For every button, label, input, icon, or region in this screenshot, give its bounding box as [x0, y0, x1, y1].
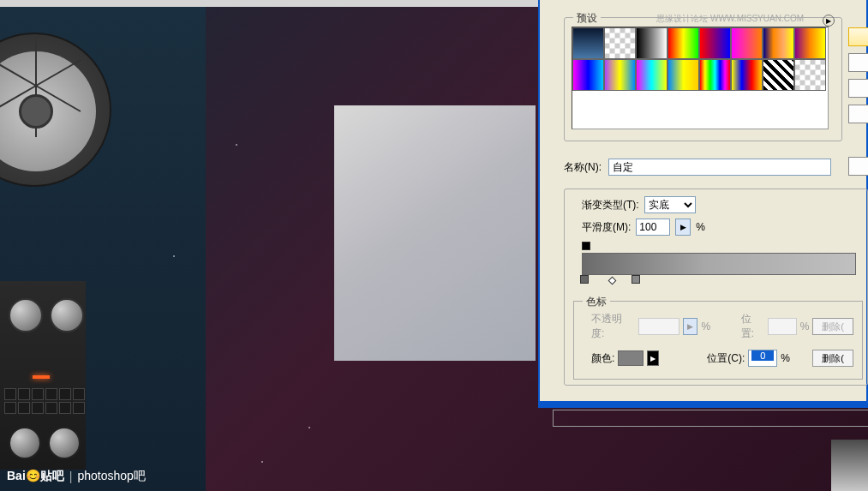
- bg-star: [308, 427, 310, 428]
- delete-opacity-button: 删除(: [812, 318, 853, 335]
- gradient-editor-dialog: 预设 ▶ 载 存 名称(N): 新 渐变类型(T): 实底 平滑度(M): ▶ …: [538, 0, 868, 403]
- recorder-led: [33, 375, 50, 379]
- position2-unit: %: [781, 352, 790, 364]
- tape-recorder-artwork: [0, 7, 99, 470]
- dialog-border-bottom: [538, 401, 868, 408]
- recorder-knob: [9, 298, 43, 332]
- smoothness-arrow[interactable]: ▶: [675, 219, 691, 236]
- ok-button[interactable]: [848, 27, 868, 46]
- gradient-bar[interactable]: [582, 253, 856, 275]
- color-swatch-button[interactable]: [618, 350, 644, 366]
- dialog-shadow-frame: [553, 410, 868, 427]
- gradient-type-group: 渐变类型(T): 实底 平滑度(M): ▶ % 色标 不透: [564, 189, 868, 386]
- preset-swatch[interactable]: [794, 59, 826, 91]
- watermark-url: 思缘设计论坛 WWW.MISSYUAN.COM: [656, 13, 804, 25]
- watermark: Bai😊贴吧 | photoshop吧: [7, 469, 146, 484]
- gradient-bar-editor[interactable]: [582, 241, 856, 287]
- load-button[interactable]: 载: [848, 79, 868, 98]
- panel-strip: [831, 440, 868, 491]
- preset-swatch[interactable]: [636, 59, 667, 91]
- preset-swatch[interactable]: [794, 27, 826, 59]
- preset-swatch[interactable]: [763, 59, 794, 91]
- color-swatch-arrow[interactable]: ▶: [647, 350, 659, 366]
- color-stops-label: 色标: [583, 295, 610, 309]
- gradient-type-select[interactable]: 实底: [644, 196, 696, 213]
- watermark-text: photoshop吧: [77, 469, 145, 484]
- gradient-preview-rect: [334, 105, 536, 361]
- gradient-type-label: 渐变类型(T):: [582, 198, 639, 213]
- name-row: 名称(N):: [564, 159, 831, 176]
- recorder-buttons: [4, 388, 86, 414]
- opacity-input: [638, 318, 679, 335]
- preset-swatch[interactable]: [604, 27, 636, 59]
- position2-label: 位置(C):: [707, 351, 745, 366]
- bg-star: [236, 144, 237, 146]
- preset-swatch[interactable]: [572, 59, 604, 91]
- presets-label: 预设: [573, 11, 601, 26]
- color-stop[interactable]: [632, 275, 641, 286]
- preset-swatch[interactable]: [667, 59, 699, 91]
- preset-swatch[interactable]: [667, 27, 699, 59]
- position-input[interactable]: [748, 350, 777, 367]
- position-label: 位置:: [741, 312, 764, 341]
- preset-swatch[interactable]: [731, 27, 763, 59]
- preset-swatch[interactable]: [731, 59, 763, 91]
- smoothness-label: 平滑度(M):: [582, 220, 631, 235]
- bg-star: [261, 461, 263, 463]
- preset-swatch[interactable]: [636, 27, 667, 59]
- color-stops-group: 色标 不透明度: ▶ % 位置: % 删除( 颜色: ▶ 位置(C): %: [573, 301, 863, 380]
- watermark-separator: |: [69, 470, 73, 483]
- preset-swatch[interactable]: [699, 59, 731, 91]
- opacity-label: 不透明度:: [591, 312, 635, 341]
- position-input-disabled: [768, 318, 797, 335]
- preset-swatch[interactable]: [699, 27, 731, 59]
- tape-reel: [0, 33, 111, 187]
- dialog-right-buttons: 载 存: [848, 27, 868, 130]
- presets-menu-button[interactable]: ▶: [823, 15, 835, 27]
- preset-swatch[interactable]: [604, 59, 636, 91]
- recorder-dial: [9, 427, 41, 459]
- save-button[interactable]: 存: [848, 105, 868, 123]
- name-input[interactable]: [608, 159, 831, 176]
- new-button[interactable]: 新: [848, 157, 868, 176]
- name-label: 名称(N):: [564, 160, 602, 175]
- smoothness-input[interactable]: [636, 219, 670, 236]
- delete-color-button[interactable]: 删除(: [812, 350, 853, 367]
- cancel-button[interactable]: [848, 53, 868, 72]
- midpoint-stop[interactable]: [608, 277, 617, 285]
- presets-swatch-area[interactable]: [572, 27, 829, 129]
- smoothness-unit: %: [696, 221, 705, 233]
- reel-hub: [19, 94, 53, 129]
- preset-swatch[interactable]: [763, 27, 794, 59]
- color-label: 颜色:: [591, 351, 614, 366]
- bg-star: [173, 255, 175, 257]
- color-stop[interactable]: [580, 275, 590, 286]
- opacity-unit: %: [701, 320, 710, 332]
- watermark-logo: Bai😊贴吧: [7, 469, 64, 484]
- recorder-knob: [50, 298, 84, 332]
- opacity-stop[interactable]: [582, 242, 591, 253]
- position-unit: %: [800, 320, 810, 332]
- presets-group: 预设 ▶: [564, 17, 842, 141]
- recorder-dial: [48, 427, 81, 459]
- opacity-arrow: ▶: [683, 318, 698, 335]
- preset-swatch[interactable]: [572, 27, 604, 59]
